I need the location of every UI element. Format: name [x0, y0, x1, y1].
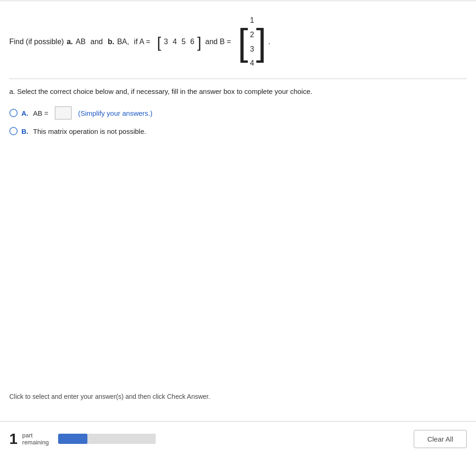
choice-a-label: A. — [21, 109, 28, 117]
simplify-hint: (Simplify your answers.) — [78, 109, 152, 117]
right-bracket-b: ] — [256, 26, 266, 59]
problem-statement: Find (if possible) a. AB and b. BA, if A… — [9, 14, 467, 79]
matrix-a: [ 3 4 5 6 ] — [157, 35, 201, 50]
parts-line2: remaining — [22, 439, 49, 446]
part-a-text: AB — [76, 35, 86, 49]
answer-input-box[interactable] — [55, 106, 72, 119]
period: . — [268, 35, 270, 49]
choice-a-item: A. AB = (Simplify your answers.) — [9, 106, 467, 119]
left-bracket-b: [ — [238, 26, 248, 59]
matrix-a-values: 3 4 5 6 — [161, 35, 198, 49]
choice-b-label: B. — [21, 127, 28, 135]
parts-remaining: 1 part remaining — [9, 431, 49, 446]
footer-bar: 1 part remaining Clear All — [0, 421, 476, 456]
intro-text: Find (if possible) — [9, 35, 64, 49]
matrix-b-values: 1 2 3 4 — [248, 14, 256, 70]
left-bracket-a: [ — [157, 35, 161, 50]
part-a-label: a. — [66, 35, 73, 49]
choices-container: A. AB = (Simplify your answers.) B. This… — [9, 106, 467, 135]
choice-b-item: B. This matrix operation is not possible… — [9, 127, 467, 135]
matrix-a-3: 5 — [181, 35, 185, 49]
matrix-a-4: 6 — [190, 35, 194, 49]
matrix-b: [ 1 2 3 4 ] — [238, 14, 266, 70]
clear-all-button[interactable]: Clear All — [414, 430, 467, 448]
matrix-b-4: 4 — [250, 57, 254, 70]
choice-b-radio[interactable] — [9, 127, 18, 135]
if-a-label: if A = — [132, 35, 152, 49]
matrix-a-2: 4 — [173, 35, 177, 49]
part-b-label: b. — [108, 35, 114, 49]
bottom-instruction: Click to select and enter your answer(s)… — [9, 393, 210, 400]
matrix-b-1: 1 — [250, 14, 254, 27]
matrix-b-3: 3 — [250, 43, 254, 56]
choice-b-text: This matrix operation is not possible. — [33, 127, 146, 135]
matrix-b-2: 2 — [250, 28, 254, 42]
parts-number: 1 — [9, 431, 18, 446]
progress-bar-container — [58, 434, 156, 444]
part-b-text: BA, — [117, 35, 129, 49]
parts-line1: part — [22, 432, 49, 439]
matrix-a-1: 3 — [164, 35, 168, 49]
choice-a-text: AB = — [33, 109, 48, 117]
choice-a-radio[interactable] — [9, 109, 18, 117]
right-bracket-a: ] — [197, 35, 201, 50]
parts-label: part remaining — [22, 432, 49, 446]
progress-bar-fill — [58, 434, 87, 444]
and-b-label: and B = — [203, 35, 233, 49]
part-a-instruction: a. Select the correct choice below and, … — [9, 87, 467, 95]
